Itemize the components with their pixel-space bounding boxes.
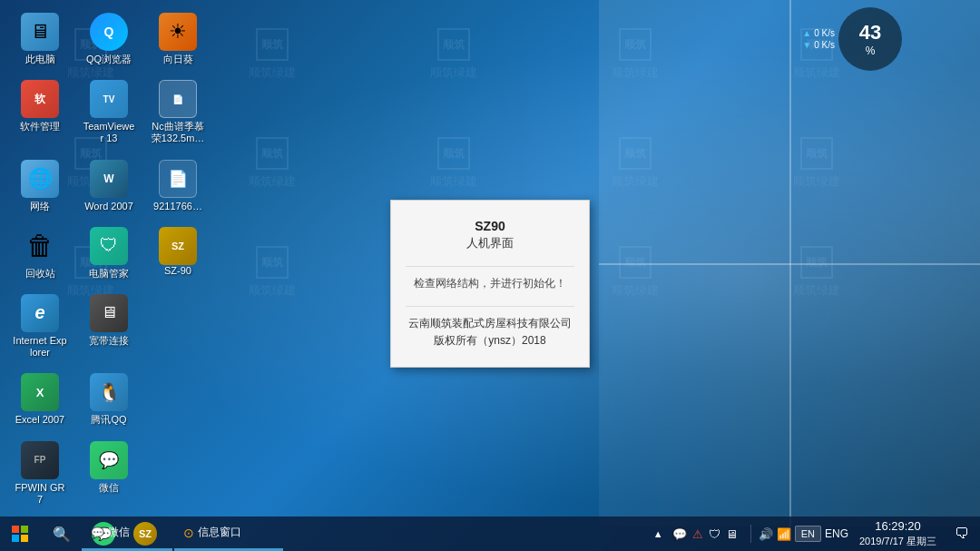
taskbar-xinxi-label[interactable]: ⊙ 信息窗口 — [174, 517, 283, 551]
popup-copyright: 版权所有（ynsz）2018 — [406, 333, 574, 349]
taskbar-wechat-label[interactable]: 💬 微信 — [82, 517, 172, 551]
desktop: 顺筑顺筑绿建 顺筑顺筑绿建 顺筑顺筑绿建 顺筑顺筑绿建 顺筑顺筑绿建 顺筑顺筑绿… — [0, 0, 980, 551]
notification-button[interactable]: 🗨 — [947, 517, 976, 551]
windows-logo-icon — [12, 526, 28, 542]
search-button[interactable]: 🔍 — [42, 517, 82, 551]
tray-network-icon[interactable]: 🖥 — [726, 527, 738, 541]
desktop-icon-recycle[interactable]: 🗑 回收站 — [9, 223, 71, 283]
word-label: Word 2007 — [84, 201, 133, 212]
desktop-icon-software[interactable]: 软 软件管理 — [9, 76, 71, 148]
download-value: 0 K/s — [814, 40, 835, 50]
tray-warning-icon[interactable]: ⚠ — [692, 527, 703, 541]
popup-company: 云南顺筑装配式房屋科技有限公司 — [406, 316, 574, 331]
sz90-icon: SZ — [159, 227, 197, 265]
icon-row-7: FP FPWIN GR7 💬 微信 — [9, 438, 209, 509]
desktop-icon-word[interactable]: W Word 2007 — [78, 156, 140, 216]
nc-label: Nc曲谱季慕荣132.5m… — [151, 121, 205, 144]
ie-label: Internet Explorer — [13, 335, 67, 359]
desktop-icon-rizheng[interactable]: ☀ 向日葵 — [147, 9, 209, 69]
desktop-icon-tencent[interactable]: 🐧 腾讯QQ — [78, 369, 140, 429]
software-label: 软件管理 — [20, 121, 60, 133]
tray-shield-icon[interactable]: 🛡 — [709, 527, 720, 541]
icon-row-1: 🖥 此电脑 Q QQ浏览器 ☀ 向日葵 — [9, 9, 209, 69]
excel-icon: X — [21, 373, 59, 411]
tray-volume-icon[interactable]: 🔊 — [759, 527, 773, 541]
icon-row-2: 软 软件管理 TV TeamViewer 13 📄 Nc曲谱季慕荣132.5m… — [9, 76, 209, 148]
clock-date: 2019/7/17 星期三 — [859, 535, 936, 547]
recycle-label: 回收站 — [25, 268, 55, 280]
language-button[interactable]: EN — [795, 526, 821, 542]
teamviewer-icon: TV — [90, 80, 128, 118]
desktop-icon-network[interactable]: 🌐 网络 — [9, 156, 71, 216]
recycle-icon: 🗑 — [21, 227, 59, 265]
desktop-icon-nc[interactable]: 📄 Nc曲谱季慕荣132.5m… — [147, 76, 209, 148]
tencent-icon: 🐧 — [90, 373, 128, 411]
popup-divider-1 — [406, 266, 574, 267]
network-speeds: ▲ 0 K/s ▼ 0 K/s — [802, 28, 835, 50]
tray-wechat-icon[interactable]: 💬 — [672, 527, 687, 541]
desktop-icon-diannaoguan[interactable]: 🛡 电脑管家 — [78, 223, 140, 283]
desktop-icon-sz90[interactable]: SZ SZ-90 — [147, 223, 209, 283]
svg-rect-1 — [21, 526, 28, 533]
qq-browser-icon: Q — [90, 13, 128, 51]
panel-top-left — [599, 0, 789, 263]
pc-label: 此电脑 — [25, 54, 55, 65]
desktop-icon-file[interactable]: 📄 9211766… — [147, 156, 209, 216]
svg-rect-3 — [21, 535, 28, 542]
tray-icons: 💬 ⚠ 🛡 🖥 — [667, 527, 743, 541]
word-icon: W — [90, 160, 128, 198]
desktop-icon-qq-browser[interactable]: Q QQ浏览器 — [78, 9, 140, 69]
ie-icon: e — [21, 294, 59, 332]
icon-row-3: 🌐 网络 W Word 2007 📄 9211766… — [9, 156, 209, 216]
desktop-icon-broadband[interactable]: 🖥 宽带连接 — [78, 290, 140, 362]
fpwin-label: FPWIN GR7 — [13, 482, 67, 506]
download-icon: ▼ — [802, 40, 811, 50]
fpwin-icon: FP — [21, 441, 59, 479]
desktop-icon-teamviewer[interactable]: TV TeamViewer 13 — [78, 76, 140, 148]
software-icon: 软 — [21, 80, 59, 118]
notification-icon: 🗨 — [955, 526, 969, 542]
broadband-icon: 🖥 — [90, 294, 128, 332]
teamviewer-label: TeamViewer 13 — [82, 121, 136, 144]
popup-subtitle: 人机界面 — [406, 235, 574, 251]
broadband-label: 宽带连接 — [89, 335, 129, 347]
upload-value: 0 K/s — [814, 28, 835, 38]
tray-expand-icon[interactable]: ▲ — [653, 528, 663, 539]
icon-row-5: e Internet Explorer 🖥 宽带连接 — [9, 290, 209, 362]
clock-time: 16:29:20 — [875, 519, 921, 535]
network-label: 网络 — [30, 201, 50, 212]
svg-rect-2 — [12, 535, 19, 542]
tencent-label: 腾讯QQ — [91, 414, 126, 426]
download-speed: ▼ 0 K/s — [802, 40, 835, 50]
icon-row-6: X Excel 2007 🐧 腾讯QQ — [9, 369, 209, 429]
tray-network2-icon[interactable]: 📶 — [777, 527, 791, 541]
rizheng-icon: ☀ — [159, 13, 197, 51]
icon-row-4: 🗑 回收站 🛡 电脑管家 SZ SZ-90 — [9, 223, 209, 283]
rizheng-label: 向日葵 — [163, 54, 193, 65]
wechat-label: 微信 — [99, 482, 119, 494]
panel-bottom-right — [789, 263, 980, 526]
desktop-icon-fpwin[interactable]: FP FPWIN GR7 — [9, 438, 71, 509]
desktop-icon-excel[interactable]: X Excel 2007 — [9, 369, 71, 429]
cpu-percent: 43 — [859, 21, 881, 44]
popup-divider-2 — [406, 306, 574, 307]
desktop-icon-wechat[interactable]: 💬 微信 — [78, 438, 140, 509]
desktop-icon-ie[interactable]: e Internet Explorer — [9, 290, 71, 362]
popup-dialog[interactable]: SZ90 人机界面 检查网络结构，并进行初始化！ 云南顺筑装配式房屋科技有限公司… — [390, 200, 590, 368]
desktop-icons: 🖥 此电脑 Q QQ浏览器 ☀ 向日葵 软 软件管理 — [9, 9, 209, 509]
file-icon: 📄 — [159, 160, 197, 198]
eng-label: ENG — [825, 527, 848, 540]
excel-label: Excel 2007 — [15, 414, 64, 426]
taskbar-right: ▲ 💬 ⚠ 🛡 🖥 🔊 📶 EN ENG 16:29:20 2019/7/17 — [653, 517, 980, 551]
cpu-percent-sign: % — [866, 44, 876, 57]
diannaoguan-icon: 🛡 — [90, 227, 128, 265]
svg-rect-0 — [12, 526, 19, 533]
network-icon: 🌐 — [21, 160, 59, 198]
diannaoguan-label: 电脑管家 — [89, 268, 129, 280]
start-button[interactable] — [0, 517, 40, 551]
window-panels — [599, 0, 980, 526]
clock-area[interactable]: 16:29:20 2019/7/17 星期三 — [852, 519, 944, 547]
desktop-icon-pc[interactable]: 🖥 此电脑 — [9, 9, 71, 69]
search-icon: 🔍 — [53, 526, 71, 543]
cpu-gauge: 43 % — [838, 7, 902, 71]
